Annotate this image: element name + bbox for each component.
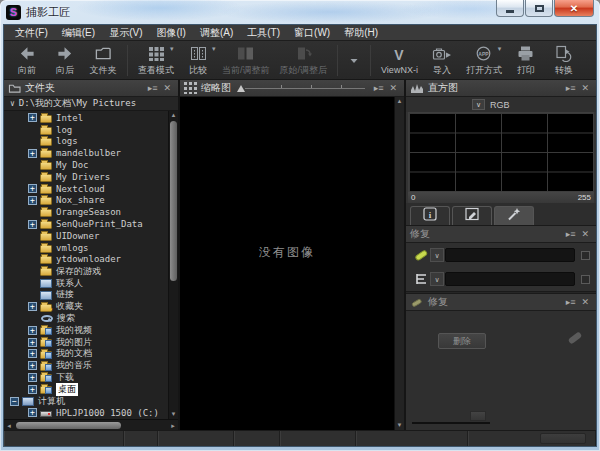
expand-toggle-icon[interactable]: + [28,113,37,122]
toolbar-button-arrow-left[interactable]: 向前 [8,42,46,79]
tree-item[interactable]: OrangeSeason [4,206,168,218]
menu-item[interactable]: 编辑(E) [55,25,102,41]
panel-collapse-icon[interactable]: ▸≡ [563,295,579,310]
menu-item[interactable]: 调整(A) [193,25,240,41]
expand-toggle-icon[interactable]: + [28,149,37,158]
minimize-button[interactable] [496,0,524,17]
menu-item[interactable]: 窗口(W) [287,25,337,41]
tree-item[interactable]: +mandelbulber [4,147,168,159]
panel-close-icon[interactable]: ✕ [578,295,592,310]
delete-button[interactable]: 删除 [438,333,486,349]
size-slider-thumb[interactable] [470,411,486,421]
panel-close-icon[interactable]: ✕ [578,227,592,242]
tree-item[interactable]: My Doc [4,159,168,171]
toolbar-button-open-with[interactable]: APP▾打开方式 [461,42,507,79]
tree-item[interactable]: +SenQuePrint_Data [4,218,168,230]
scroll-down-icon[interactable]: ▼ [169,410,178,419]
thumbnail-size-slider[interactable] [237,85,365,92]
tree-item[interactable]: logs [4,136,168,148]
expand-toggle-icon[interactable]: + [28,385,37,394]
tree-item[interactable]: +我的音乐 [4,360,168,372]
expand-toggle-icon[interactable]: + [28,373,37,382]
panel-close-icon[interactable]: ✕ [160,81,174,96]
expand-toggle-icon[interactable]: + [28,184,37,193]
tab-wand[interactable] [494,206,534,225]
folder-path-dropdown[interactable]: ∨ D:\我的文档\My Pictures [4,97,178,111]
tree-item[interactable]: +HPLJP1000 1500 (C:) [4,407,168,419]
expand-toggle-icon[interactable]: + [28,220,37,229]
expand-toggle-icon[interactable]: − [10,397,19,406]
toolbar-button-import-camera[interactable]: 导入 [423,42,461,79]
expand-toggle-icon[interactable]: + [28,361,37,370]
toolbar-button-view-grid[interactable]: ▾查看模式 [133,42,179,79]
panel-collapse-icon[interactable]: ▸≡ [145,81,161,96]
toolbar-button-original-after[interactable]: 原始/调整后 [275,42,333,79]
tree-item[interactable]: −计算机 [4,395,168,407]
combo-dropdown-icon[interactable]: ∨ [430,272,444,286]
tree-item[interactable]: log [4,124,168,136]
expand-toggle-icon[interactable]: + [28,349,37,358]
tree-item[interactable]: +下载 [4,372,168,384]
scroll-up-icon[interactable]: ▲ [169,111,178,120]
tree-item[interactable]: UIDowner [4,230,168,242]
maximize-button[interactable] [525,0,553,17]
thumbnail-vertical-scrollbar[interactable]: ▲ ▼ [394,97,404,430]
titlebar[interactable]: S 捕影工匠 ✕ [0,0,600,24]
tree-item[interactable]: 搜索 [4,313,168,325]
auto-retouch-icon[interactable] [412,272,430,286]
retouch-combo-field[interactable] [445,272,575,286]
toolbar-button-viewnx[interactable]: VViewNX-i [376,42,423,79]
tree-item[interactable]: ytdownloader [4,254,168,266]
expand-toggle-icon[interactable]: + [28,196,37,205]
menu-item[interactable]: 工具(T) [240,25,287,41]
slider-thumb[interactable] [237,85,245,92]
tree-item[interactable]: 联系人 [4,277,168,289]
menu-item[interactable]: 显示(V) [102,25,149,41]
expand-toggle-icon[interactable]: + [28,408,37,417]
panel-collapse-icon[interactable]: ▸≡ [371,81,387,96]
menu-item[interactable]: 图像(I) [149,25,192,41]
panel-collapse-icon[interactable]: ▸≡ [563,81,579,96]
tree-item[interactable]: vmlogs [4,242,168,254]
expand-toggle-icon[interactable]: + [28,302,37,311]
menu-item[interactable]: 帮助(H) [337,25,385,41]
tree-item[interactable]: 链接 [4,289,168,301]
folders-horizontal-scrollbar[interactable]: ◂ ▸ [4,419,178,430]
toolbar-button-more-dropdown[interactable] [343,42,365,79]
retouch-checkbox[interactable] [581,275,590,284]
tree-item[interactable]: +我的视频 [4,324,168,336]
channel-selector[interactable]: ∨ RGB [406,97,596,112]
tree-item[interactable]: +Nextcloud [4,183,168,195]
toolbar-button-convert[interactable]: 转换 [545,42,583,79]
retouch-checkbox[interactable] [581,251,590,260]
tab-info[interactable]: i [410,206,450,225]
tree-item[interactable]: +收藏夹 [4,301,168,313]
panel-close-icon[interactable]: ✕ [578,81,592,96]
tree-item[interactable]: +我的图片 [4,336,168,348]
toolbar-button-arrow-right[interactable]: 向后 [46,42,84,79]
toolbar-button-before-after[interactable]: 当前/调整前 [217,42,275,79]
combo-dropdown-icon[interactable]: ∨ [430,248,444,262]
tree-item[interactable]: 保存的游戏 [4,265,168,277]
toolbar-button-folder[interactable]: 文件夹 [84,42,122,79]
expand-toggle-icon[interactable]: + [28,326,37,335]
panel-close-icon[interactable]: ✕ [386,81,400,96]
close-button[interactable]: ✕ [554,0,594,17]
toolbar-button-printer[interactable]: 打印 [507,42,545,79]
folders-vertical-scrollbar[interactable]: ▲ ▼ [168,111,178,419]
retouch-brush-icon[interactable] [412,248,430,262]
expand-toggle-icon[interactable]: + [28,338,37,347]
scroll-down-icon[interactable]: ▼ [395,421,404,430]
tree-item[interactable]: +桌面 [4,383,168,395]
menu-item[interactable]: 文件(F) [8,25,55,41]
scrollbar-thumb[interactable] [170,121,177,281]
size-slider-track[interactable] [412,422,490,424]
scroll-up-icon[interactable]: ▲ [395,97,404,106]
toolbar-button-compare[interactable]: ▾比较 [179,42,217,79]
panel-collapse-icon[interactable]: ▸≡ [563,227,579,242]
tree-item[interactable]: +Intel [4,112,168,124]
tree-item[interactable]: +Nox_share [4,195,168,207]
retouch-combo-field[interactable] [445,248,575,262]
scroll-right-icon[interactable]: ▸ [168,420,178,431]
slider-track[interactable] [245,88,365,89]
